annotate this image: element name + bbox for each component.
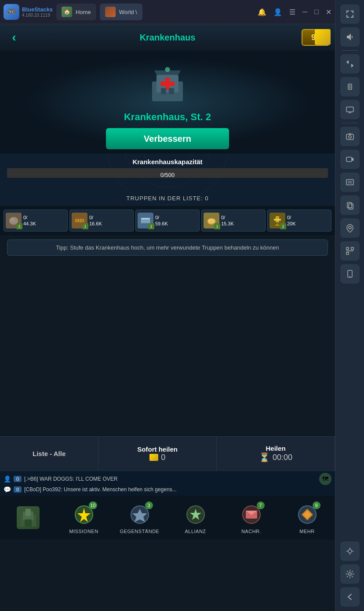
svg-rect-61 [346,247,349,250]
camera-btn[interactable] [340,127,360,146]
upgrade-button[interactable]: Verbessern [106,128,229,149]
resource-stone: 1 0/ 44.3K [4,210,68,232]
scan-btn[interactable] [340,241,360,261]
svg-point-66 [349,276,350,277]
back-arrow-icon: ‹ [12,30,16,44]
light-btn[interactable] [340,541,360,561]
rotate-btn[interactable] [340,77,360,96]
maximize-icon[interactable]: □ [314,8,319,16]
gold-small-icon [149,454,158,461]
action-bar: Liste - Alle Sofort heilen 0 Heilen ⏳ 00… [0,436,335,471]
notification-icon[interactable]: 🔔 [258,8,266,16]
nav-items[interactable]: 3 GEGENSTÄNDE [112,496,167,540]
food-level: 1 [214,223,220,229]
chat-badge-1: 0 [14,476,22,482]
wood-icon: 1 [72,213,87,228]
main-content: ! [0,51,335,436]
gold-icon [315,29,331,45]
chat-row-2: 💬 0 [CBoD] Poo392: Unsere ist aktiv. Men… [4,486,331,493]
heal-button[interactable]: Heilen ⏳ 00:00 [217,437,335,471]
building-name: Krankenhaus, St. 2 [124,111,211,123]
capacity-text: 0/500 [7,172,328,178]
special-icon: 1 [269,213,285,228]
bottom-nav: 10 MISSIONEN 3 GEGENSTÄNDE [0,496,335,540]
game-header: ‹ Krankenhaus 900 [0,24,335,51]
location-btn[interactable] [340,218,360,238]
missions-icon-area: 10 [71,501,97,528]
header-title: Krankenhaus [140,33,196,43]
food-amount: 0/ 15.3K [221,214,234,227]
capacity-title: Krankenhauskapazität [7,158,328,166]
svg-rect-48 [349,85,351,88]
fullscreen-btn[interactable] [340,4,360,24]
svg-rect-17 [76,219,78,222]
svg-rect-62 [351,247,353,250]
alliance-icon-area [182,501,209,528]
svg-rect-18 [79,219,80,222]
svg-point-26 [209,219,212,221]
svg-rect-19 [81,219,83,222]
gold-display: 900 [302,29,330,46]
bluestacks-logo-text: BlueStacks 4.160.10.1119 [22,6,53,18]
game-tab-icon [105,7,116,17]
svg-rect-22 [142,220,149,221]
stone-level: 1 [16,223,22,229]
window-controls: 🔔 👤 ☰ ─ □ ✕ [258,8,331,16]
bluestacks-name: BlueStacks [22,6,53,13]
svg-rect-57 [348,181,352,184]
chat-bar: 👤 0 [.>B6] WAR DOGGS: I'LL COME OVER 🗺 💬… [0,471,335,496]
tip-text: Tipp: Stufe das Krankenhaus hoch, um meh… [56,244,279,251]
content-spacer [0,260,335,436]
list-all-button[interactable]: Liste - Alle [0,437,98,471]
svg-point-60 [349,226,351,229]
back-button[interactable]: ‹ [5,29,23,46]
chat-text-2: [CBoD] Poo392: Unsere ist aktiv. Mensche… [24,486,331,493]
back-btn[interactable] [340,587,360,607]
chat-map-icon[interactable]: 🗺 [319,473,331,485]
svg-rect-49 [346,107,353,112]
svg-rect-53 [349,133,351,135]
video-btn[interactable] [340,150,360,169]
svg-point-12 [165,67,170,72]
copy-btn[interactable] [340,195,360,215]
svg-rect-33 [25,519,28,526]
person-icon-1: 👤 [4,475,11,482]
home-tab[interactable]: 🏠 Home [56,4,96,20]
close-icon[interactable]: ✕ [326,8,331,16]
nav-missions[interactable]: 10 MISSIONEN [56,496,112,540]
building-section: Krankenhaus, St. 2 Verbessern [0,51,335,154]
sidebar-divider-2 [342,123,358,123]
photo-btn[interactable] [340,173,360,192]
sound-btn[interactable] [340,27,360,47]
bluestacks-logo-icon: 🎮 [4,4,19,20]
account-icon[interactable]: 👤 [273,8,282,16]
game-tab[interactable]: World \ [100,4,142,20]
heal-time: ⏳ 00:00 [259,452,292,463]
bluestacks-logo: 🎮 BlueStacks 4.160.10.1119 [4,4,53,20]
svg-point-52 [349,136,351,138]
nav-more[interactable]: 9 MEHR [279,496,335,540]
svg-rect-34 [28,519,32,526]
nav-alliance[interactable]: ALLIANZ [167,496,223,540]
svg-rect-59 [349,204,353,209]
chat-icon-2: 💬 [4,486,11,493]
special-level: 1 [280,223,286,229]
minimize-icon[interactable]: ─ [302,8,307,16]
menu-icon[interactable]: ☰ [289,8,295,16]
tv-btn[interactable] [340,100,360,119]
resize-btn[interactable] [340,54,360,74]
nav-messages[interactable]: 7 NACHR. [223,496,279,540]
settings-btn[interactable] [340,564,360,584]
more-icon-area: 9 [294,501,320,528]
svg-point-15 [11,218,15,221]
sidebar-divider-1 [342,50,358,51]
nav-city[interactable] [0,496,56,540]
instant-heal-button[interactable]: Sofort heilen 0 [98,437,217,471]
alliance-label: ALLIANZ [185,529,206,534]
svg-rect-51 [346,134,353,140]
building-image [141,64,194,108]
phone-btn[interactable] [340,264,360,283]
bluestacks-version: 4.160.10.1119 [22,13,53,18]
svg-rect-54 [346,157,352,162]
wood-level: 1 [82,223,88,229]
